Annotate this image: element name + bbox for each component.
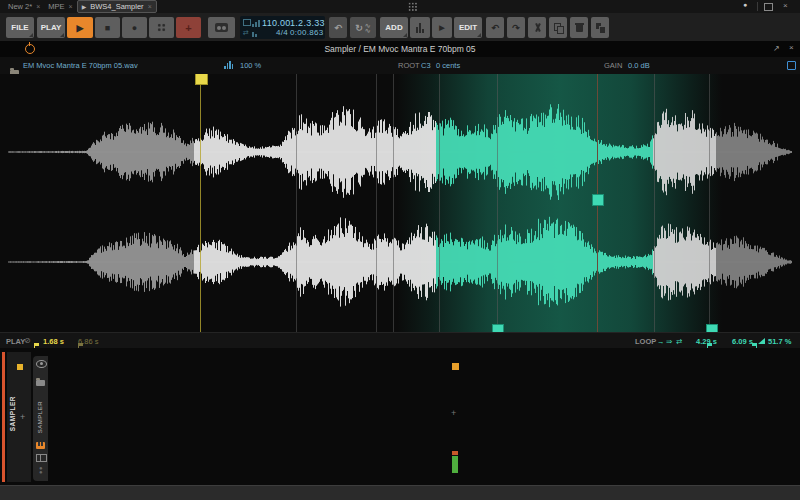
redo-button[interactable]: ↷ [507, 17, 525, 38]
close-icon[interactable]: × [69, 3, 73, 10]
add-track-button[interactable]: ADD [380, 17, 408, 38]
track-header[interactable]: SAMPLER + [7, 352, 31, 482]
status-bar: ARRANGE MIX EDIT [0, 485, 800, 500]
channel-meter [452, 451, 458, 473]
play-end-value[interactable]: 6.86 s [78, 337, 98, 346]
meter-icon [252, 20, 260, 27]
edit-label: EDIT [459, 23, 477, 32]
copy-button[interactable] [549, 17, 567, 38]
crossfade-value[interactable]: 51.7 % [768, 337, 791, 346]
loop-mode-on-icon[interactable]: ⇒ [666, 337, 672, 346]
window-dot-icon[interactable]: ● [743, 1, 747, 8]
play-button[interactable]: ▶ [67, 17, 93, 38]
edit-menu-button[interactable]: EDIT [454, 17, 482, 38]
undo-arrow-icon: ↶ [334, 23, 342, 33]
tab-label: New 2* [8, 2, 32, 11]
loop-icon: ↻ [355, 23, 363, 33]
redo-icon: ↷ [512, 23, 520, 33]
loop-start-handle[interactable] [492, 324, 504, 332]
root-cents-value[interactable]: 0 cents [436, 61, 460, 70]
punch-out-icon: ∿ [365, 28, 371, 33]
tab-label: MPE [48, 2, 64, 11]
slice-marker[interactable] [497, 74, 498, 332]
slice-marker[interactable] [376, 74, 377, 332]
waveform-svg [8, 74, 792, 332]
position-value[interactable]: 1.2.3.33 [290, 18, 322, 28]
timesig-value[interactable]: 4/4 [262, 28, 288, 37]
overdub-button[interactable]: + [176, 17, 201, 38]
add-device-plus-icon[interactable]: + [20, 412, 25, 422]
loop-start-value[interactable]: 4.29 s [696, 337, 717, 346]
slice-marker[interactable] [296, 74, 297, 332]
project-tab-bws4-sampler[interactable]: ▶ BWS4_Sampler × [77, 0, 157, 13]
mixer-view-button[interactable] [410, 17, 430, 38]
maximize-icon[interactable] [764, 3, 773, 11]
copy-icon [554, 23, 563, 32]
play-menu-button[interactable]: PLAY [37, 17, 65, 38]
sample-file-name[interactable]: EM Mvoc Mantra E 70bpm 05.wav [23, 61, 138, 70]
groove-button[interactable] [149, 17, 174, 38]
controller-button[interactable] [208, 17, 235, 38]
punch-loop-button[interactable]: ↻ ∿∿ [350, 17, 376, 38]
no-marker-icon[interactable]: ⊘ [24, 336, 31, 345]
follow-playhead-button[interactable]: ▶ [432, 17, 452, 38]
bitwig-window: New 2* × MPE × ▶ BWS4_Sampler × ● × FILE… [0, 0, 800, 500]
slice-marker[interactable] [709, 74, 710, 332]
add-next-device-icon[interactable]: + [451, 408, 456, 418]
keyboard-icon[interactable] [36, 442, 45, 449]
loop-toggle-icon[interactable] [243, 19, 251, 26]
loop-mode-off-icon[interactable]: → [657, 337, 665, 346]
popout-icon[interactable]: ↗ [773, 44, 780, 53]
undo-history-button[interactable]: ↶ [329, 17, 347, 38]
transport-display[interactable]: ⇄ 110.00 4/4 1.2.3.33 0:00.863 [240, 16, 325, 39]
crossfade-handle[interactable] [592, 194, 604, 206]
slice-marker[interactable] [654, 74, 655, 332]
time-value[interactable]: 0:00.863 [290, 28, 322, 37]
undo-icon: ↶ [491, 23, 499, 33]
tempo-value[interactable]: 110.00 [262, 18, 288, 28]
project-tab-mpe[interactable]: MPE × [44, 0, 76, 13]
crossfade-ramp-icon[interactable] [758, 338, 765, 344]
waveform-display[interactable] [0, 74, 800, 332]
record-button[interactable]: ● [122, 17, 147, 38]
add-label: ADD [385, 23, 402, 32]
duplicate-button[interactable] [591, 17, 609, 38]
eye-icon[interactable] [36, 360, 47, 368]
slice-marker[interactable] [439, 74, 440, 332]
fit-selection-icon[interactable] [787, 61, 796, 70]
device-side-tab[interactable]: SAMPLER ●● [33, 356, 48, 481]
play-start-value[interactable]: 1.68 s [43, 337, 64, 346]
preset-folder-icon[interactable] [36, 380, 45, 386]
file-menu-button[interactable]: FILE [6, 17, 34, 38]
zoom-value[interactable]: 100 % [240, 61, 261, 70]
close-icon[interactable]: × [36, 3, 40, 10]
project-tab-new2[interactable]: New 2* × [4, 0, 44, 13]
plus-icon: + [185, 22, 191, 34]
dashboard-dots-icon[interactable] [408, 2, 417, 11]
track-color-strip [2, 352, 5, 482]
split-button[interactable] [528, 17, 546, 38]
project-tab-bar: New 2* × MPE × ▶ BWS4_Sampler × ● × [0, 0, 800, 13]
root-note-value[interactable]: C3 [421, 61, 431, 70]
play-label: PLAY [41, 23, 62, 32]
play-start-handle[interactable] [195, 74, 208, 85]
loop-end-value[interactable]: 6.09 s [732, 337, 753, 346]
loop-pingpong-icon[interactable]: ⇄ [676, 337, 682, 346]
sampler-window-titlebar[interactable]: Sampler / EM Mvoc Mantra E 70bpm 05 ↗ × [0, 41, 800, 58]
duplicate-icon [596, 23, 605, 32]
slice-marker[interactable] [393, 74, 394, 332]
grid-icon[interactable] [36, 454, 47, 462]
close-icon[interactable]: × [148, 3, 152, 10]
device-name-vertical: SAMPLER [37, 401, 43, 433]
gain-value[interactable]: 0.0 dB [628, 61, 650, 70]
loop-end-handle[interactable] [706, 324, 718, 332]
sampler-close-icon[interactable]: × [789, 43, 794, 52]
window-close-icon[interactable]: × [783, 1, 788, 10]
zoom-fit-icon[interactable] [224, 61, 233, 69]
stop-button[interactable]: ■ [95, 17, 120, 38]
delete-button[interactable] [570, 17, 588, 38]
shuffle-icon[interactable]: ⇄ [243, 29, 249, 37]
wave-editor-toolbar: EM Mvoc Mantra E 70bpm 05.wav 100 % ROOT… [0, 57, 800, 74]
play-start-line [200, 74, 201, 332]
undo-button[interactable]: ↶ [486, 17, 504, 38]
